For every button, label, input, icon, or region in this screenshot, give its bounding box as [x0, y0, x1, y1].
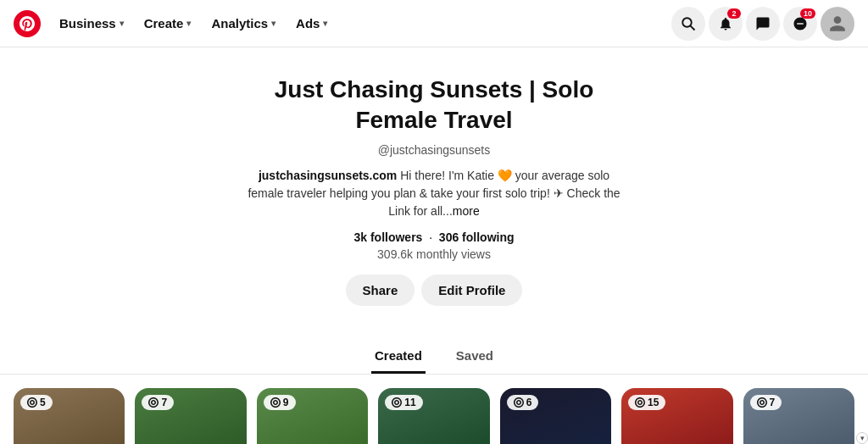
pin-image: 9 Hike to Alamere Falls See more stats [257, 388, 368, 444]
pinterest-logo[interactable] [14, 10, 41, 37]
notifications-button[interactable]: 2 [709, 7, 743, 41]
pin-count-badge: 11 [385, 395, 422, 410]
messages-button[interactable] [746, 7, 780, 41]
profile-website[interactable]: justchasingsunsets.com [259, 169, 397, 182]
nav-analytics[interactable]: Analytics ▾ [203, 11, 284, 36]
tab-created[interactable]: Created [371, 340, 426, 374]
more-button[interactable]: 10 [783, 7, 817, 41]
pin-card[interactable]: 11 Things To Do In Golden Gate Park See … [378, 388, 489, 444]
tab-saved[interactable]: Saved [453, 340, 497, 374]
profile-header: Just Chasing Sunsets | Solo Female Trave… [0, 47, 868, 340]
nav-ads[interactable]: Ads ▾ [287, 11, 336, 36]
pin-card[interactable]: 7 5 AWESOME BAY AREA HIKES See more stat… [135, 388, 246, 444]
pins-section: 5 How to Pack Toiletries For carry on tr… [0, 375, 868, 444]
pin-card[interactable]: 15 Instagram Photo Spots — San Francisco… [621, 388, 732, 444]
pin-image: 7 San Francisco Hidden Gem Sutro Baths S… [743, 388, 854, 444]
pin-count-badge: 7 [750, 395, 782, 410]
edit-profile-button[interactable]: Edit Profile [421, 275, 522, 306]
pin-count-badge: 7 [142, 395, 174, 410]
pin-count-badge: 6 [507, 395, 539, 410]
profile-views: 309.6k monthly views [14, 247, 854, 261]
svg-line-1 [691, 25, 695, 30]
chevron-down-icon: ▾ [271, 19, 275, 28]
pin-card[interactable]: 7 San Francisco Hidden Gem Sutro Baths S… [743, 388, 854, 444]
profile-stats: 3k followers · 306 following [14, 230, 854, 244]
profile-tabs: Created Saved [0, 340, 868, 375]
pin-card[interactable]: 5 How to Pack Toiletries For carry on tr… [14, 388, 125, 444]
pins-grid: 5 How to Pack Toiletries For carry on tr… [14, 388, 854, 444]
more-badge: 10 [800, 8, 815, 19]
chevron-down-icon: ▾ [186, 19, 191, 28]
nav-create[interactable]: Create ▾ [136, 11, 200, 36]
pin-count-badge: 9 [264, 395, 296, 410]
pin-count-badge: 15 [628, 395, 665, 410]
main-nav: Business ▾ Create ▾ Analytics ▾ Ads ▾ 2 [0, 0, 868, 47]
nav-icons: 2 10 ▾ [671, 7, 854, 41]
profile-title: Just Chasing Sunsets | Solo Female Trave… [264, 75, 604, 136]
svg-point-0 [682, 18, 692, 27]
followers-count: 3k followers [353, 230, 422, 244]
pin-count-badge: 5 [20, 395, 53, 410]
following-count: 306 following [439, 230, 515, 244]
profile-bio: justchasingsunsets.com Hi there! I'm Kat… [248, 167, 620, 220]
profile-bio-more[interactable]: more [453, 204, 480, 218]
nav-business[interactable]: Business ▾ [51, 11, 132, 36]
pin-image: 5 How to Pack Toiletries For carry on tr… [14, 388, 125, 444]
notifications-badge: 2 [727, 8, 741, 19]
share-button[interactable]: Share [346, 275, 415, 306]
pin-card[interactable]: 9 Hike to Alamere Falls See more stats 7… [257, 388, 368, 444]
chevron-down-icon: ▾ [120, 19, 124, 28]
pin-image: 6 San Francisco Bucket List Exploratoriu… [500, 388, 611, 444]
pin-image: 15 Instagram Photo Spots — San Francisco… [621, 388, 732, 444]
profile-username: @justchasingsunsets [14, 143, 854, 157]
user-avatar[interactable]: ▾ [821, 7, 854, 41]
search-button[interactable] [671, 7, 705, 41]
chevron-down-icon: ▾ [323, 19, 327, 28]
pin-image: 7 5 AWESOME BAY AREA HIKES See more stat… [135, 388, 246, 444]
pin-image: 11 Things To Do In Golden Gate Park See … [378, 388, 489, 444]
pin-card[interactable]: 6 San Francisco Bucket List Exploratoriu… [500, 388, 611, 444]
profile-actions: Share Edit Profile [14, 275, 854, 306]
